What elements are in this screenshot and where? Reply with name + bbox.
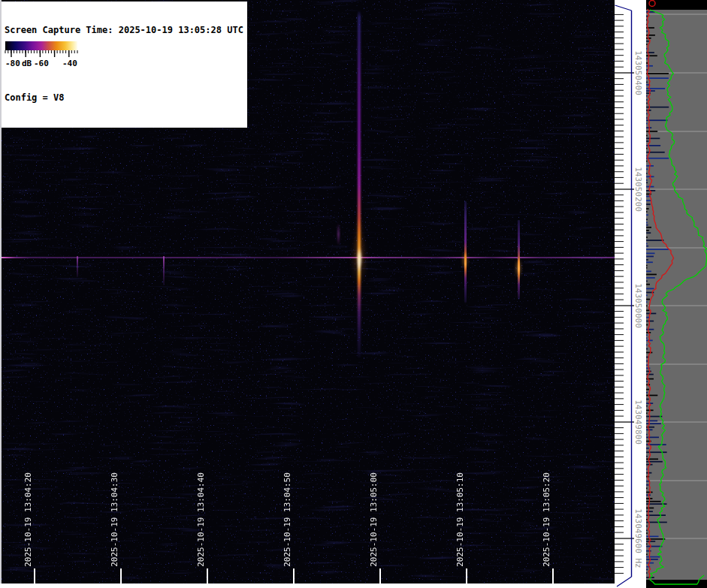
history-bar <box>646 294 648 296</box>
time-tick-mark <box>293 568 295 583</box>
signal-glow <box>515 256 521 280</box>
history-bar <box>646 113 648 115</box>
history-bar <box>646 389 649 390</box>
history-bar <box>646 529 648 531</box>
history-bar <box>646 173 648 174</box>
frequency-label: 143049600 Hz <box>633 508 642 568</box>
history-bar <box>646 261 653 263</box>
history-bar <box>646 148 648 149</box>
history-bar <box>646 321 654 322</box>
time-tick-mark <box>379 568 381 583</box>
history-bar <box>646 423 661 424</box>
history-bar <box>646 556 660 558</box>
history-bar <box>646 284 650 285</box>
history-bar <box>646 267 648 269</box>
history-bar <box>646 519 648 520</box>
color-gradient-bar <box>5 41 77 50</box>
history-bar <box>646 138 660 140</box>
history-bar <box>646 299 650 300</box>
frequency-label: 143049800 <box>633 400 642 445</box>
legend-tick-marks <box>4 50 79 58</box>
history-bar <box>646 569 648 571</box>
history-bar <box>646 412 648 414</box>
history-bar <box>646 337 648 339</box>
history-bar <box>646 553 648 555</box>
spectrum-lab-capture: 2025-10-19 13:04:202025-10-19 13:04:3020… <box>0 0 707 588</box>
time-label: 2025-10-19 13:04:30 <box>110 472 119 567</box>
history-bar <box>646 374 654 375</box>
signal-streak-pre-blob <box>337 223 340 246</box>
history-bar <box>646 204 651 205</box>
history-bar <box>646 227 651 228</box>
history-bar <box>646 501 661 502</box>
history-bar <box>646 313 656 315</box>
time-tick-mark <box>207 568 208 583</box>
history-bar <box>646 395 657 397</box>
history-bar <box>646 44 648 45</box>
time-label: 2025-10-19 13:05:10 <box>455 472 465 567</box>
time-tick-mark <box>552 568 554 583</box>
history-bar <box>646 95 648 97</box>
history-bar <box>646 65 653 67</box>
history-bar <box>646 360 648 362</box>
history-bar <box>646 211 648 213</box>
history-bar <box>646 559 658 560</box>
history-bar <box>646 243 648 245</box>
history-bar <box>646 168 648 170</box>
history-bar <box>646 456 648 457</box>
legend-db-label: -80 <box>5 59 20 68</box>
history-bar <box>646 240 663 241</box>
history-bar <box>646 371 651 372</box>
history-bar <box>646 274 657 276</box>
carrier-line <box>0 257 615 258</box>
history-bar <box>646 352 652 354</box>
frequency-label: 143050200 <box>633 167 642 212</box>
history-bar <box>646 55 657 56</box>
spectrum-traces <box>646 0 707 588</box>
history-bar <box>646 544 648 545</box>
history-bar <box>646 182 648 183</box>
signal-glow <box>356 245 363 272</box>
history-bar <box>646 484 649 486</box>
history-bar <box>646 232 651 234</box>
history-bar <box>646 222 648 224</box>
history-bar <box>646 155 648 157</box>
history-bar <box>646 511 653 512</box>
history-bar <box>646 434 648 436</box>
history-bar <box>646 131 657 132</box>
legend-db-label: -60 <box>34 59 49 68</box>
history-bar <box>646 305 648 306</box>
history-bar <box>646 99 648 101</box>
frequency-label: 143050000 <box>633 283 642 328</box>
history-bar <box>646 208 649 210</box>
frequency-label: 143050400 <box>633 50 642 95</box>
history-bar <box>646 487 648 489</box>
history-bar <box>646 334 648 336</box>
time-label: 2025-10-19 13:05:00 <box>369 472 379 567</box>
history-bar <box>646 158 669 159</box>
history-bar <box>646 265 648 267</box>
history-bar <box>646 103 648 104</box>
history-bar <box>646 324 648 326</box>
history-bar <box>646 73 669 74</box>
history-bar <box>646 301 648 303</box>
history-bar <box>646 448 649 449</box>
bottom-border-bar <box>0 583 615 588</box>
history-bar <box>646 82 648 83</box>
signal-streak-main-echo <box>358 11 361 357</box>
history-bar <box>646 62 648 64</box>
history-bar <box>646 310 649 312</box>
history-bar <box>646 219 648 220</box>
history-bar <box>646 329 654 330</box>
time-label: 2025-10-19 13:04:50 <box>282 472 292 567</box>
time-label: 2025-10-19 13:04:20 <box>23 472 33 567</box>
legend-db-label: dB <box>22 59 32 68</box>
history-bar <box>646 406 648 407</box>
time-tick-mark <box>120 568 122 583</box>
frequency-axis: 1430504001430502001430500001430498001430… <box>615 0 646 588</box>
history-bar <box>646 123 648 125</box>
history-bar <box>646 345 648 346</box>
history-bar <box>646 348 648 350</box>
history-bar <box>646 271 651 273</box>
history-bar <box>646 399 649 400</box>
